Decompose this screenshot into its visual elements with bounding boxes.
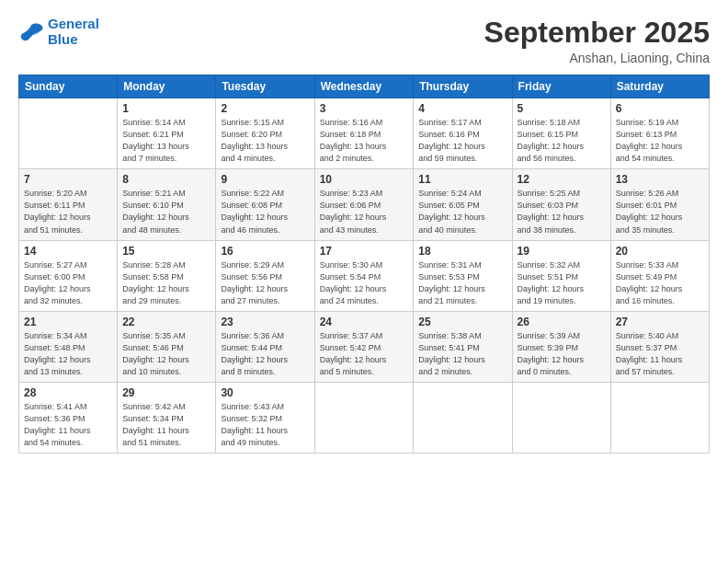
calendar-title: September 2025 (484, 17, 710, 49)
day-info: Sunrise: 5:27 AM Sunset: 6:00 PM Dayligh… (24, 259, 112, 307)
header-cell-monday: Monday (118, 75, 216, 98)
day-info: Sunrise: 5:22 AM Sunset: 6:08 PM Dayligh… (221, 188, 309, 236)
calendar-cell: 15Sunrise: 5:28 AM Sunset: 5:58 PM Dayli… (118, 240, 216, 311)
logo-icon (18, 22, 44, 42)
calendar-cell: 26Sunrise: 5:39 AM Sunset: 5:39 PM Dayli… (512, 311, 610, 382)
day-number: 5 (518, 102, 606, 115)
calendar-cell (610, 382, 709, 453)
week-row-3: 14Sunrise: 5:27 AM Sunset: 6:00 PM Dayli… (19, 240, 710, 311)
day-info: Sunrise: 5:29 AM Sunset: 5:56 PM Dayligh… (221, 259, 309, 307)
day-number: 8 (122, 173, 210, 186)
calendar-cell: 3Sunrise: 5:16 AM Sunset: 6:18 PM Daylig… (314, 98, 414, 169)
day-number: 16 (221, 245, 309, 258)
day-info: Sunrise: 5:20 AM Sunset: 6:11 PM Dayligh… (24, 188, 112, 236)
day-number: 1 (122, 102, 210, 115)
day-number: 12 (518, 173, 606, 186)
header-cell-saturday: Saturday (610, 75, 709, 98)
calendar-table: SundayMondayTuesdayWednesdayThursdayFrid… (18, 75, 710, 454)
calendar-cell: 11Sunrise: 5:24 AM Sunset: 6:05 PM Dayli… (414, 169, 512, 240)
logo: General Blue (18, 17, 99, 47)
calendar-cell (512, 382, 610, 453)
day-number: 10 (320, 173, 409, 186)
header-cell-sunday: Sunday (19, 75, 118, 98)
calendar-cell: 23Sunrise: 5:36 AM Sunset: 5:44 PM Dayli… (216, 311, 314, 382)
week-row-4: 21Sunrise: 5:34 AM Sunset: 5:48 PM Dayli… (19, 311, 710, 382)
calendar-cell: 7Sunrise: 5:20 AM Sunset: 6:11 PM Daylig… (19, 169, 118, 240)
day-info: Sunrise: 5:26 AM Sunset: 6:01 PM Dayligh… (616, 188, 704, 236)
day-number: 3 (320, 102, 409, 115)
day-info: Sunrise: 5:30 AM Sunset: 5:54 PM Dayligh… (320, 259, 409, 307)
day-info: Sunrise: 5:15 AM Sunset: 6:20 PM Dayligh… (221, 117, 309, 165)
calendar-cell: 2Sunrise: 5:15 AM Sunset: 6:20 PM Daylig… (216, 98, 314, 169)
calendar-cell: 30Sunrise: 5:43 AM Sunset: 5:32 PM Dayli… (216, 382, 314, 453)
day-info: Sunrise: 5:31 AM Sunset: 5:53 PM Dayligh… (418, 259, 506, 307)
calendar-cell: 1Sunrise: 5:14 AM Sunset: 6:21 PM Daylig… (118, 98, 216, 169)
calendar-cell: 13Sunrise: 5:26 AM Sunset: 6:01 PM Dayli… (610, 169, 709, 240)
day-number: 21 (24, 316, 112, 328)
calendar-cell (19, 98, 118, 169)
calendar-cell: 21Sunrise: 5:34 AM Sunset: 5:48 PM Dayli… (19, 311, 118, 382)
header-cell-thursday: Thursday (414, 75, 512, 98)
calendar-cell: 19Sunrise: 5:32 AM Sunset: 5:51 PM Dayli… (512, 240, 610, 311)
day-info: Sunrise: 5:14 AM Sunset: 6:21 PM Dayligh… (122, 117, 210, 165)
logo-text: General Blue (48, 17, 99, 47)
calendar-cell: 14Sunrise: 5:27 AM Sunset: 6:00 PM Dayli… (19, 240, 118, 311)
calendar-cell: 12Sunrise: 5:25 AM Sunset: 6:03 PM Dayli… (512, 169, 610, 240)
calendar-cell: 29Sunrise: 5:42 AM Sunset: 5:34 PM Dayli… (118, 382, 216, 453)
day-number: 22 (122, 316, 210, 328)
day-info: Sunrise: 5:32 AM Sunset: 5:51 PM Dayligh… (518, 259, 606, 307)
header-cell-friday: Friday (512, 75, 610, 98)
day-info: Sunrise: 5:36 AM Sunset: 5:44 PM Dayligh… (221, 330, 309, 378)
day-info: Sunrise: 5:19 AM Sunset: 6:13 PM Dayligh… (616, 117, 704, 165)
header-cell-tuesday: Tuesday (216, 75, 314, 98)
day-info: Sunrise: 5:16 AM Sunset: 6:18 PM Dayligh… (320, 117, 409, 165)
day-info: Sunrise: 5:34 AM Sunset: 5:48 PM Dayligh… (24, 330, 112, 378)
day-number: 23 (221, 316, 309, 328)
calendar-cell: 22Sunrise: 5:35 AM Sunset: 5:46 PM Dayli… (118, 311, 216, 382)
day-number: 9 (221, 173, 309, 186)
day-info: Sunrise: 5:42 AM Sunset: 5:34 PM Dayligh… (122, 401, 210, 449)
day-number: 7 (24, 173, 112, 186)
calendar-cell: 17Sunrise: 5:30 AM Sunset: 5:54 PM Dayli… (314, 240, 414, 311)
day-number: 27 (616, 316, 704, 328)
calendar-cell: 20Sunrise: 5:33 AM Sunset: 5:49 PM Dayli… (610, 240, 709, 311)
calendar-cell: 8Sunrise: 5:21 AM Sunset: 6:10 PM Daylig… (118, 169, 216, 240)
day-info: Sunrise: 5:18 AM Sunset: 6:15 PM Dayligh… (518, 117, 606, 165)
day-number: 4 (418, 102, 506, 115)
calendar-cell: 16Sunrise: 5:29 AM Sunset: 5:56 PM Dayli… (216, 240, 314, 311)
day-info: Sunrise: 5:28 AM Sunset: 5:58 PM Dayligh… (122, 259, 210, 307)
day-number: 18 (418, 245, 506, 258)
day-info: Sunrise: 5:38 AM Sunset: 5:41 PM Dayligh… (418, 330, 506, 378)
day-info: Sunrise: 5:39 AM Sunset: 5:39 PM Dayligh… (518, 330, 606, 378)
day-number: 11 (418, 173, 506, 186)
logo-line1: General (48, 16, 99, 31)
calendar-cell: 18Sunrise: 5:31 AM Sunset: 5:53 PM Dayli… (414, 240, 512, 311)
day-number: 6 (616, 102, 704, 115)
page: General Blue September 2025 Anshan, Liao… (0, 0, 728, 563)
calendar-cell: 28Sunrise: 5:41 AM Sunset: 5:36 PM Dayli… (19, 382, 118, 453)
day-number: 26 (518, 316, 606, 328)
day-info: Sunrise: 5:23 AM Sunset: 6:06 PM Dayligh… (320, 188, 409, 236)
calendar-header-row: SundayMondayTuesdayWednesdayThursdayFrid… (19, 75, 710, 98)
day-info: Sunrise: 5:24 AM Sunset: 6:05 PM Dayligh… (418, 188, 506, 236)
day-number: 15 (122, 245, 210, 258)
calendar-cell: 4Sunrise: 5:17 AM Sunset: 6:16 PM Daylig… (414, 98, 512, 169)
day-info: Sunrise: 5:35 AM Sunset: 5:46 PM Dayligh… (122, 330, 210, 378)
day-number: 24 (320, 316, 409, 328)
calendar-cell: 6Sunrise: 5:19 AM Sunset: 6:13 PM Daylig… (610, 98, 709, 169)
day-info: Sunrise: 5:33 AM Sunset: 5:49 PM Dayligh… (616, 259, 704, 307)
week-row-5: 28Sunrise: 5:41 AM Sunset: 5:36 PM Dayli… (19, 382, 710, 453)
day-number: 13 (616, 173, 704, 186)
calendar-cell: 9Sunrise: 5:22 AM Sunset: 6:08 PM Daylig… (216, 169, 314, 240)
day-info: Sunrise: 5:41 AM Sunset: 5:36 PM Dayligh… (24, 401, 112, 449)
calendar-cell: 25Sunrise: 5:38 AM Sunset: 5:41 PM Dayli… (414, 311, 512, 382)
day-number: 28 (24, 386, 112, 399)
day-number: 20 (616, 245, 704, 258)
calendar-cell: 5Sunrise: 5:18 AM Sunset: 6:15 PM Daylig… (512, 98, 610, 169)
header-cell-wednesday: Wednesday (314, 75, 414, 98)
day-info: Sunrise: 5:21 AM Sunset: 6:10 PM Dayligh… (122, 188, 210, 236)
day-info: Sunrise: 5:40 AM Sunset: 5:37 PM Dayligh… (616, 330, 704, 378)
day-number: 30 (221, 386, 309, 399)
week-row-1: 1Sunrise: 5:14 AM Sunset: 6:21 PM Daylig… (19, 98, 710, 169)
title-block: September 2025 Anshan, Liaoning, China (484, 17, 710, 65)
